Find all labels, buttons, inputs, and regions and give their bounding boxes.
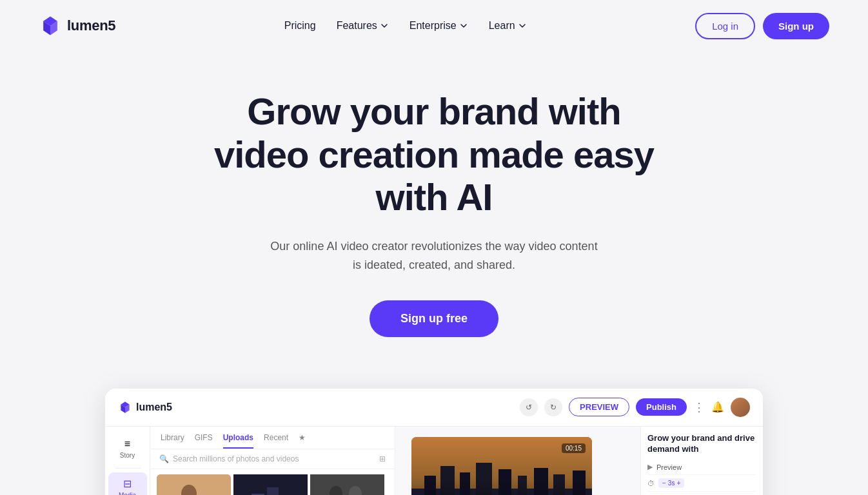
play-icon: ▶ <box>647 463 653 471</box>
panel-image-1[interactable] <box>157 474 231 495</box>
search-icon: 🔍 <box>159 454 169 463</box>
story-icon: ≡ <box>124 438 130 450</box>
nav-features[interactable]: Features <box>337 20 389 32</box>
mockup-body: ≡ Story ⊟ Media ✦ Icons Library GIFS <box>105 427 763 495</box>
nav-actions: Log in Sign up <box>695 13 829 39</box>
mockup-sidebar: ≡ Story ⊟ Media ✦ Icons <box>105 427 150 495</box>
hero-cta-button[interactable]: Sign up free <box>370 300 498 337</box>
sidebar-media-label: Media <box>119 492 136 495</box>
filter-icon[interactable]: ⊞ <box>379 454 386 463</box>
nav-enterprise[interactable]: Enterprise <box>409 20 468 32</box>
panel-image-2[interactable] <box>233 474 308 495</box>
svg-rect-15 <box>424 476 436 495</box>
signup-button[interactable]: Sign up <box>763 13 829 39</box>
chevron-down-icon <box>518 21 527 30</box>
tab-uploads[interactable]: Uploads <box>223 433 253 449</box>
login-button[interactable]: Log in <box>695 13 755 39</box>
canvas-time-display: 00:15 <box>562 443 586 453</box>
panel-images-grid <box>150 469 395 495</box>
user-avatar[interactable] <box>731 398 750 417</box>
svg-rect-22 <box>553 474 565 495</box>
redo-button[interactable]: ↻ <box>544 398 562 416</box>
mockup-topbar: lumen5 ↺ ↻ PREVIEW Publish ⋮ 🔔 <box>105 389 763 427</box>
publish-button[interactable]: Publish <box>636 398 687 416</box>
panel-image-3[interactable] <box>310 474 384 495</box>
media-icon: ⊟ <box>123 478 132 490</box>
tab-gifs[interactable]: GIFS <box>195 433 213 449</box>
right-panel-preview[interactable]: ▶ Preview <box>647 460 756 475</box>
svg-rect-10 <box>310 474 384 495</box>
duration-control[interactable]: − 3s + <box>658 478 684 488</box>
panel-search-bar[interactable]: 🔍 Search millions of photos and videos ⊞ <box>150 449 395 469</box>
image-people-icon <box>310 474 384 495</box>
brand-name: lumen5 <box>67 17 115 34</box>
mockup-logo: lumen5 <box>118 400 172 414</box>
tab-favorites[interactable]: ★ <box>299 433 306 449</box>
mockup-brand-name: lumen5 <box>136 402 172 413</box>
right-panel-duration[interactable]: ⏱ − 3s + <box>647 475 756 492</box>
image-person-icon <box>157 474 231 495</box>
clock-icon: ⏱ <box>647 480 655 487</box>
svg-rect-6 <box>267 487 279 495</box>
logo-link[interactable]: lumen5 <box>39 14 115 37</box>
preview-button[interactable]: PREVIEW <box>569 398 629 416</box>
hero-subtitle: Our online AI video creator revolutioniz… <box>266 237 602 275</box>
chevron-down-icon <box>459 21 468 30</box>
right-panel-title: Grow your brand and drive demand with <box>647 433 756 455</box>
image-city-icon <box>233 474 308 495</box>
duration-value: 3s <box>668 480 675 487</box>
sidebar-item-media[interactable]: ⊟ Media <box>108 472 147 495</box>
svg-rect-17 <box>460 472 470 495</box>
minus-icon: − <box>662 480 666 487</box>
hero-title: Grow your brand with video creation made… <box>208 90 660 219</box>
svg-rect-18 <box>476 463 492 495</box>
svg-rect-20 <box>518 476 527 495</box>
svg-rect-19 <box>498 469 511 495</box>
logo-icon <box>39 14 62 37</box>
mockup-logo-icon <box>118 400 132 414</box>
svg-rect-23 <box>573 471 586 495</box>
sidebar-story-label: Story <box>120 452 135 459</box>
mockup-panel: Library GIFS Uploads Recent ★ 🔍 Search m… <box>150 427 395 495</box>
preview-label: Preview <box>656 463 682 471</box>
tab-library[interactable]: Library <box>161 433 184 449</box>
search-placeholder-text: Search millions of photos and videos <box>173 454 299 463</box>
nav-learn[interactable]: Learn <box>489 20 527 32</box>
svg-rect-21 <box>534 468 548 495</box>
navbar: lumen5 Pricing Features Enterprise Learn… <box>0 0 868 52</box>
notifications-icon[interactable]: 🔔 <box>711 401 724 413</box>
sidebar-divider <box>115 468 141 469</box>
mockup-window: lumen5 ↺ ↻ PREVIEW Publish ⋮ 🔔 ≡ Story <box>105 389 763 495</box>
tab-recent[interactable]: Recent <box>264 433 288 449</box>
right-panel-swap-design[interactable]: ⊞ Swap Design <box>647 492 756 495</box>
plus-icon: + <box>676 480 680 487</box>
hero-section: Grow your brand with video creation made… <box>0 52 868 369</box>
mockup-canvas: 00:15 <box>395 427 640 495</box>
canvas-video-thumbnail[interactable]: 00:15 <box>411 437 592 495</box>
more-options-icon[interactable]: ⋮ <box>693 400 705 414</box>
nav-links: Pricing Features Enterprise Learn <box>284 20 527 32</box>
app-mockup: lumen5 ↺ ↻ PREVIEW Publish ⋮ 🔔 ≡ Story <box>0 369 868 495</box>
sidebar-item-story[interactable]: ≡ Story <box>108 433 147 464</box>
chevron-down-icon <box>380 21 389 30</box>
nav-pricing[interactable]: Pricing <box>284 20 316 32</box>
mockup-right-panel: Grow your brand and drive demand with ▶ … <box>640 427 763 495</box>
panel-tabs: Library GIFS Uploads Recent ★ <box>150 427 395 449</box>
undo-button[interactable]: ↺ <box>520 398 538 416</box>
svg-rect-14 <box>411 489 592 495</box>
mockup-topbar-right: ↺ ↻ PREVIEW Publish ⋮ 🔔 <box>520 398 750 417</box>
svg-rect-16 <box>440 466 455 495</box>
